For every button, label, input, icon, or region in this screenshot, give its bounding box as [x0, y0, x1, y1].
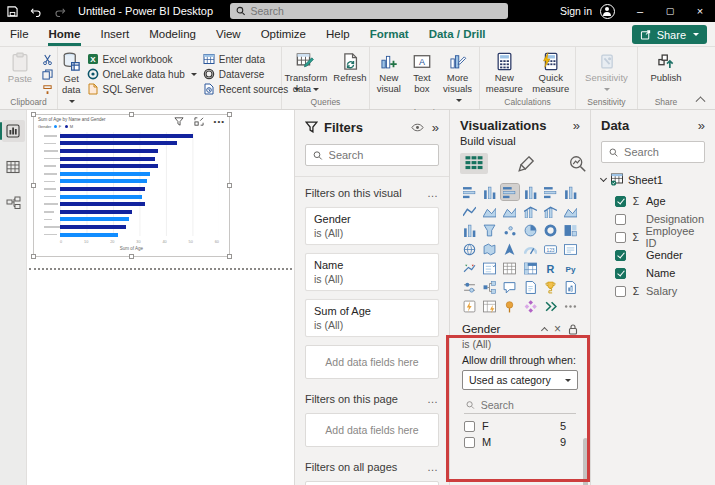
100-stacked-column-chart-icon[interactable]	[562, 184, 580, 200]
bar-row[interactable]	[60, 170, 219, 178]
close-button[interactable]: ×	[685, 0, 715, 22]
drill-when-dropdown[interactable]: Used as category	[462, 370, 578, 390]
more-visuals-button[interactable]: More visuals	[440, 50, 475, 106]
section-more-options-icon[interactable]: …	[427, 393, 439, 405]
funnel-chart-icon[interactable]	[480, 222, 498, 238]
sql-server-button[interactable]: SQL Server	[87, 82, 197, 96]
text-box-button[interactable]: A Text box	[410, 50, 434, 95]
menu-tab-optimize[interactable]: Optimize	[251, 22, 316, 47]
transform-data-button[interactable]: Transform data	[284, 50, 327, 95]
card-icon[interactable]: 123	[541, 241, 559, 257]
filter-card-name[interactable]: Nameis (All)	[305, 253, 439, 291]
collapse-pane-icon[interactable]: »	[698, 119, 705, 132]
field-row-salary[interactable]: ΣSalary	[601, 282, 705, 300]
gauge-icon[interactable]	[521, 241, 539, 257]
filters-search-input[interactable]	[329, 149, 431, 161]
remove-field-icon[interactable]: ×	[554, 322, 561, 336]
bar[interactable]	[60, 202, 145, 206]
field-checkbox[interactable]	[615, 196, 626, 207]
build-visual-tab[interactable]	[460, 153, 488, 174]
clustered-column-chart-icon[interactable]	[521, 184, 539, 200]
menu-tab-help[interactable]: Help	[316, 22, 360, 47]
table-icon[interactable]	[501, 260, 519, 276]
arcgis-map-icon[interactable]	[501, 298, 519, 314]
more-options-icon[interactable]	[562, 298, 580, 314]
filter-card-sum-of-age[interactable]: Sum of Ageis (All)	[305, 299, 439, 337]
data-search-input[interactable]	[624, 146, 697, 158]
bar-row[interactable]	[60, 231, 219, 239]
new-visual-button[interactable]: New visual	[374, 50, 404, 95]
bar-chart-visual[interactable]: ••• Sum of Age by Name and Gender Gender…	[33, 114, 230, 257]
r-script-visual-icon[interactable]: R	[541, 260, 559, 276]
collapse-ribbon-icon[interactable]	[697, 95, 707, 105]
bar[interactable]	[60, 179, 147, 183]
resize-handle[interactable]	[227, 112, 232, 117]
bar-row[interactable]	[60, 216, 219, 224]
field-row-employee-id[interactable]: ΣEmployee ID	[601, 228, 705, 246]
bar-row[interactable]	[60, 200, 219, 208]
line-chart-icon[interactable]	[460, 203, 478, 219]
donut-chart-icon[interactable]	[541, 222, 559, 238]
refresh-button[interactable]: Refresh	[333, 50, 366, 84]
get-data-button[interactable]: Get data	[62, 50, 81, 107]
menu-tab-data-drill[interactable]: Data / Drill	[419, 22, 496, 47]
bar-row[interactable]	[60, 185, 219, 193]
matrix-icon[interactable]	[521, 260, 539, 276]
bar[interactable]	[60, 134, 193, 138]
table-sheet1[interactable]: Sheet1	[601, 173, 705, 186]
add-data-fields-dropzone[interactable]: Add data fields here	[305, 413, 439, 447]
add-data-fields-dropzone[interactable]: Add data fields here	[305, 345, 439, 379]
scatter-chart-icon[interactable]	[501, 222, 519, 238]
resize-handle[interactable]	[227, 183, 232, 188]
map-icon[interactable]	[460, 241, 478, 257]
save-icon[interactable]	[0, 0, 24, 22]
account-avatar-icon[interactable]	[600, 4, 615, 19]
slicer-icon[interactable]	[480, 260, 498, 276]
azure-map-icon[interactable]	[501, 241, 519, 257]
stacked-area-chart-icon[interactable]	[501, 203, 519, 219]
publish-button[interactable]: Publish	[646, 50, 686, 84]
bar-row[interactable]	[60, 223, 219, 231]
cut-icon[interactable]	[42, 52, 53, 66]
get-more-visuals-icon[interactable]	[541, 298, 559, 314]
bar[interactable]	[60, 172, 150, 176]
100-stacked-bar-chart-icon[interactable]	[541, 184, 559, 200]
minimize-button[interactable]: –	[625, 0, 655, 22]
scrollbar-thumb[interactable]	[583, 438, 588, 485]
analytics-tab[interactable]	[565, 153, 590, 174]
bar[interactable]	[60, 233, 118, 237]
line-and-stacked-column-chart-icon[interactable]	[521, 203, 539, 219]
redo-icon[interactable]	[48, 0, 72, 22]
field-checkbox[interactable]	[615, 250, 626, 261]
metrics-icon[interactable]	[541, 279, 559, 295]
menu-tab-format[interactable]: Format	[360, 22, 419, 47]
bar[interactable]	[60, 187, 145, 191]
onelake-data-hub-button[interactable]: OneLake data hub	[87, 67, 197, 81]
field-checkbox[interactable]	[615, 286, 626, 297]
add-data-fields-dropzone[interactable]: Add data fields here	[305, 481, 439, 485]
bar-row[interactable]	[60, 132, 219, 140]
clustered-bar-chart-icon[interactable]	[501, 184, 519, 200]
lock-icon[interactable]	[568, 324, 578, 335]
section-more-options-icon[interactable]: …	[427, 187, 439, 199]
sign-in-button[interactable]: Sign in	[552, 5, 600, 17]
area-chart-icon[interactable]	[480, 203, 498, 219]
bar-row[interactable]	[60, 140, 219, 148]
bar[interactable]	[60, 141, 177, 145]
key-influencers-icon[interactable]	[460, 279, 478, 295]
bar-row[interactable]	[60, 162, 219, 170]
field-checkbox[interactable]	[615, 214, 626, 225]
bar[interactable]	[60, 164, 158, 168]
resize-handle[interactable]	[31, 112, 36, 117]
copy-icon[interactable]	[42, 67, 53, 81]
filled-map-icon[interactable]	[480, 241, 498, 257]
ribbon-chart-icon[interactable]	[562, 203, 580, 219]
more-options-icon[interactable]: •••	[214, 120, 225, 124]
visual-filter-icon[interactable]	[174, 117, 184, 126]
power-automate-icon[interactable]	[480, 298, 498, 314]
decomposition-tree-icon[interactable]	[480, 279, 498, 295]
drill-option-m[interactable]: M9	[462, 434, 578, 450]
undo-icon[interactable]	[24, 0, 48, 22]
resize-handle[interactable]	[227, 254, 232, 259]
format-painter-icon[interactable]	[42, 82, 53, 96]
